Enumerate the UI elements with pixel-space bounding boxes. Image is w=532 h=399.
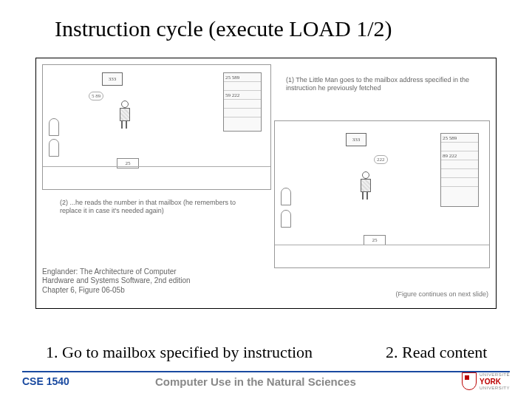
slide-footer: CSE 1540 Computer Use in the Natural Sci… bbox=[0, 371, 532, 399]
logo-universite: UNIVERSITÉ bbox=[480, 372, 510, 378]
speech-bubble: 222 bbox=[374, 155, 388, 164]
york-shield-icon bbox=[462, 372, 477, 390]
calculator-display: 333 bbox=[102, 72, 123, 86]
door-icon bbox=[49, 139, 59, 157]
slide-title: Instruction cycle (execute LOAD 1/2) bbox=[55, 16, 392, 41]
door-icon bbox=[281, 188, 291, 205]
mailbox-slot: 25 589 bbox=[224, 73, 261, 82]
annotation-text: ...he reads the number in that mailbox (… bbox=[60, 199, 236, 214]
location-counter: 25 bbox=[364, 235, 386, 245]
mailbox-slot: 25 589 bbox=[441, 134, 478, 143]
york-logo-text: UNIVERSITÉ YORK UNIVERSITY bbox=[480, 372, 510, 390]
little-man-icon bbox=[115, 100, 134, 130]
course-title: Computer Use in the Natural Sciences bbox=[155, 375, 356, 388]
caption-step-1: 1. Go to mailbox specified by instructio… bbox=[46, 343, 313, 362]
door-icon bbox=[49, 118, 59, 136]
caption-step-2: 2. Read content bbox=[386, 343, 487, 362]
annotation-number: (2) bbox=[60, 199, 68, 206]
citation-line: Hardware and Systems Software, 2nd editi… bbox=[42, 276, 191, 286]
mailbox-slot bbox=[441, 143, 478, 151]
mailbox-slot bbox=[441, 178, 478, 187]
course-code: CSE 1540 bbox=[22, 375, 69, 387]
logo-university: UNIVERSITY bbox=[480, 386, 510, 391]
footer-divider bbox=[22, 371, 510, 372]
mailbox-slot bbox=[224, 100, 261, 109]
mailbox-slot bbox=[441, 169, 478, 178]
mailbox-wall: 25 589 89 222 bbox=[440, 133, 479, 207]
citation-line: Englander: The Architecture of Computer bbox=[42, 267, 191, 277]
citation-line: Chapter 6, Figure 06-05b bbox=[42, 286, 191, 296]
door-icon bbox=[281, 210, 291, 228]
annotation-text: The Little Man goes to the mailbox addre… bbox=[286, 76, 469, 92]
speech-bubble: 5 89 bbox=[89, 92, 103, 100]
mailbox-slot bbox=[441, 160, 478, 169]
little-man-icon bbox=[356, 171, 375, 201]
york-logo: UNIVERSITÉ YORK UNIVERSITY bbox=[462, 372, 510, 390]
figure-area: 333 5 89 25 589 59 222 25 (1) The Little… bbox=[35, 58, 497, 309]
mailbox-slot bbox=[224, 82, 261, 91]
mailbox-slot: 89 222 bbox=[441, 151, 478, 160]
mailbox-wall: 25 589 59 222 bbox=[223, 72, 262, 132]
figure-citation: Englander: The Architecture of Computer … bbox=[42, 267, 191, 296]
step-2-annotation: (2) ...he reads the number in that mailb… bbox=[60, 199, 245, 215]
floor-line bbox=[275, 245, 489, 245]
panel-step-1: 333 5 89 25 589 59 222 25 bbox=[42, 64, 271, 190]
step-1-annotation: (1) The Little Man goes to the mailbox a… bbox=[286, 76, 478, 92]
calculator-display: 333 bbox=[346, 133, 366, 146]
mailbox-slot: 59 222 bbox=[224, 91, 261, 100]
floor-line bbox=[43, 166, 270, 167]
panel-step-2: 333 222 25 589 89 222 25 bbox=[274, 120, 490, 268]
mailbox-slot bbox=[224, 109, 261, 117]
logo-york: YORK bbox=[480, 378, 510, 386]
figure-continues-note: (Figure continues on next slide) bbox=[395, 290, 488, 298]
annotation-number: (1) bbox=[286, 76, 294, 83]
